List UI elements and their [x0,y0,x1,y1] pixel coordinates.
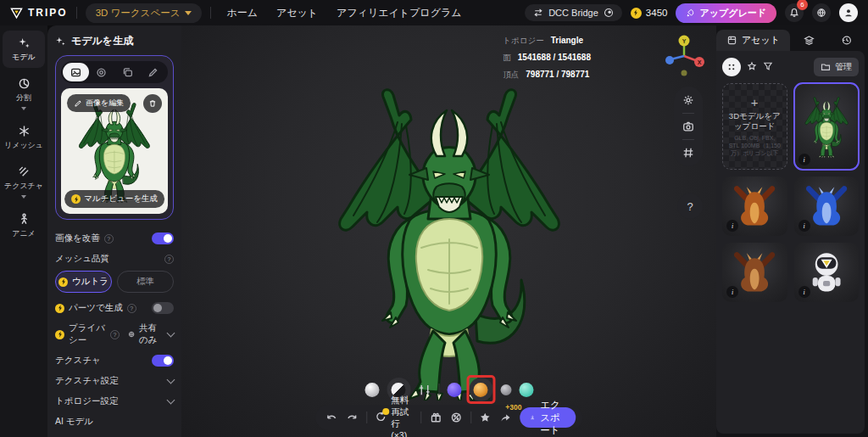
quality-options: ウルトラ 標準 [55,271,174,293]
upload-hint: GLB, Obj, FBX, STL 100MB（1,150万）ポリゴン以下 [728,134,782,157]
bell-icon [789,8,799,18]
free-retry-button[interactable]: 無料再試行 (×3) [375,395,412,437]
favorites-filter-button[interactable] [747,59,757,75]
topology-settings-row[interactable]: トポロジー設定 [55,395,174,407]
render-settings-button[interactable] [674,94,703,106]
dragon-3d-model[interactable] [309,78,589,401]
nav-assets[interactable]: アセット [276,6,318,20]
image-preview[interactable]: 画像を編集 マルチビューを生成 [61,88,168,214]
quality-standard-button[interactable]: 標準 [117,271,174,293]
help-icon[interactable]: ? [110,330,120,339]
tab-assets[interactable]: アセット [716,30,790,51]
asset-card-blue-dragon[interactable]: i [794,176,860,236]
delete-image-button[interactable] [143,94,162,113]
help-icon[interactable]: ? [164,255,174,264]
edit-image-button[interactable]: 画像を編集 [67,94,131,112]
asset-card-green-dragon[interactable]: i [794,83,860,170]
gift-button[interactable] [430,412,442,423]
tab-layers[interactable] [790,35,827,46]
undo-button[interactable] [326,412,337,423]
ai-model-row[interactable]: AI モデル [55,416,174,428]
remesh-icon [18,125,31,137]
tab-text-to-3d[interactable] [89,63,115,81]
user-avatar[interactable] [839,3,858,22]
gizmo-x-label: X [698,59,702,65]
upgrade-label: アップグレード [699,7,766,20]
help-button[interactable]: ? [677,193,703,219]
info-icon[interactable]: i [798,286,810,298]
material-orange-sphere-button[interactable] [469,378,492,401]
left-rail: モデル 分割 リメッシュ テクスチャ アニメ [0,25,47,437]
improve-image-toggle[interactable] [152,233,174,244]
image-icon [70,67,81,78]
orientation-gizmo[interactable]: Y X [664,34,704,78]
rail-item-model[interactable]: モデル [3,31,45,68]
export-button[interactable]: エクスポート [520,407,576,428]
help-icon[interactable]: ? [127,304,136,313]
apps-grid-icon [726,62,737,72]
material-settings-button[interactable] [418,384,431,396]
upload-model-card[interactable]: + 3Dモデルをアップロード GLB, Obj, FBX, STL 100MB（… [722,83,787,170]
language-button[interactable] [812,3,831,22]
tab-edit[interactable] [141,63,167,81]
viewport[interactable]: トポロジーTriangle 面1541688 / 1541688 頂点79877… [181,25,716,437]
dcc-bridge-button[interactable]: DCC Bridge [525,4,622,21]
divider [438,384,439,395]
ultra-label: ウルトラ [72,276,108,288]
screenshot-button[interactable] [674,120,703,132]
favorite-button[interactable] [479,412,491,423]
palette-off-icon [450,412,462,423]
viewport-tools [674,87,703,166]
rail-item-segment[interactable]: 分割 [3,71,45,115]
tab-image-to-3d[interactable] [63,63,89,81]
orange-sphere-icon [474,383,488,397]
info-icon[interactable]: i [726,220,738,232]
notifications-button[interactable]: 6 [785,3,804,22]
tab-multi-image[interactable] [114,63,141,81]
info-icon[interactable]: i [798,220,810,232]
redo-icon [346,412,358,423]
rail-item-remesh[interactable]: リメッシュ [3,119,45,156]
plus-icon: + [751,96,759,109]
tripo-logo[interactable]: TRIPO [10,7,68,20]
texture-toggle[interactable] [152,355,174,367]
workspace-dropdown[interactable]: 3D ワークスペース [86,3,203,23]
faces-label: 面 [503,53,511,64]
nav-home[interactable]: ホーム [226,6,258,20]
view-grid-button[interactable] [722,58,741,76]
filter-button[interactable] [763,59,773,75]
upgrade-button[interactable]: アップグレード [676,3,776,23]
texture-label: テクスチャ [55,355,101,367]
topology-value: Triangle [551,36,583,45]
material-gray-sphere[interactable] [500,384,511,395]
credits-balance[interactable]: 3450 [631,8,668,19]
asset-card-white-robot[interactable]: i [794,243,860,302]
divider [210,7,211,19]
asset-card-brown-dragon[interactable]: i [722,243,787,302]
coin-icon [58,277,68,287]
divider [682,139,694,140]
grid-toggle-button[interactable] [674,147,703,159]
asset-card-orange-demon[interactable]: i [722,176,787,236]
redo-button[interactable] [346,412,358,423]
rail-item-animate[interactable]: アニメ [3,207,45,244]
info-icon[interactable]: i [726,286,738,298]
share-button[interactable]: +300 [499,412,511,423]
material-teal-sphere[interactable] [519,383,533,397]
tripo-logo-icon [10,7,23,20]
rail-item-texture[interactable]: テクスチャ [3,160,45,204]
material-purple-sphere[interactable] [447,383,461,397]
trash-icon [148,99,157,108]
privacy-value[interactable]: 共有のみ [139,322,164,346]
texture-settings-row[interactable]: テクスチャ設定 [55,375,174,387]
info-icon[interactable]: i [798,154,810,165]
tab-history[interactable] [827,35,865,46]
manage-button[interactable]: 管理 [814,58,859,76]
generate-multiview-button[interactable]: マルチビューを生成 [64,190,164,208]
parts-toggle[interactable] [152,302,174,314]
help-icon[interactable]: ? [104,234,114,244]
parts-row: パーツで生成 ? [55,302,174,314]
quality-ultra-button[interactable]: ウルトラ [55,271,112,293]
nav-affiliate[interactable]: アフィリエイトプログラム [337,6,461,20]
texture-off-button[interactable] [450,412,462,423]
